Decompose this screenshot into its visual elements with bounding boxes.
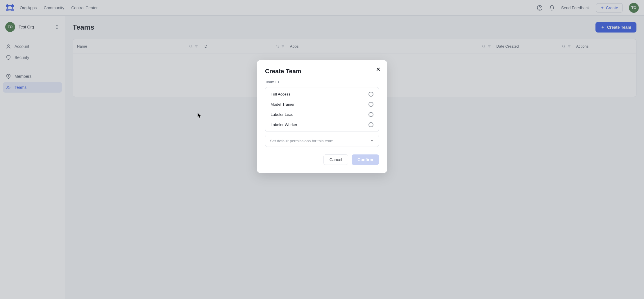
option-labeler-lead[interactable]: Labeler Lead [265, 109, 379, 120]
option-label: Full Access [271, 92, 290, 96]
modal-title: Create Team [265, 68, 379, 75]
option-label: Labeler Worker [271, 123, 297, 127]
modal-close-button[interactable]: ✕ [376, 66, 381, 72]
close-icon: ✕ [376, 66, 381, 73]
modal-overlay[interactable]: Create Team ✕ Team ID Full Access Model … [0, 0, 644, 299]
default-permissions-dropdown[interactable]: Set default permissions for this team... [265, 135, 379, 147]
radio-icon [368, 102, 373, 107]
confirm-button[interactable]: Confirm [352, 154, 379, 165]
radio-icon [368, 112, 373, 117]
option-label: Model Trainer [271, 102, 295, 107]
radio-icon [368, 92, 373, 97]
permission-options: Full Access Model Trainer Labeler Lead L… [265, 87, 379, 132]
chevron-up-icon [370, 139, 374, 143]
option-model-trainer[interactable]: Model Trainer [265, 99, 379, 109]
modal-footer: Cancel Confirm [265, 154, 379, 165]
team-id-label: Team ID [265, 80, 379, 84]
cancel-button[interactable]: Cancel [323, 154, 348, 165]
dropdown-placeholder: Set default permissions for this team... [270, 139, 337, 143]
option-full-access[interactable]: Full Access [265, 89, 379, 99]
radio-icon [368, 122, 373, 127]
option-labeler-worker[interactable]: Labeler Worker [265, 120, 379, 130]
option-label: Labeler Lead [271, 112, 294, 117]
create-team-modal: Create Team ✕ Team ID Full Access Model … [257, 60, 387, 173]
